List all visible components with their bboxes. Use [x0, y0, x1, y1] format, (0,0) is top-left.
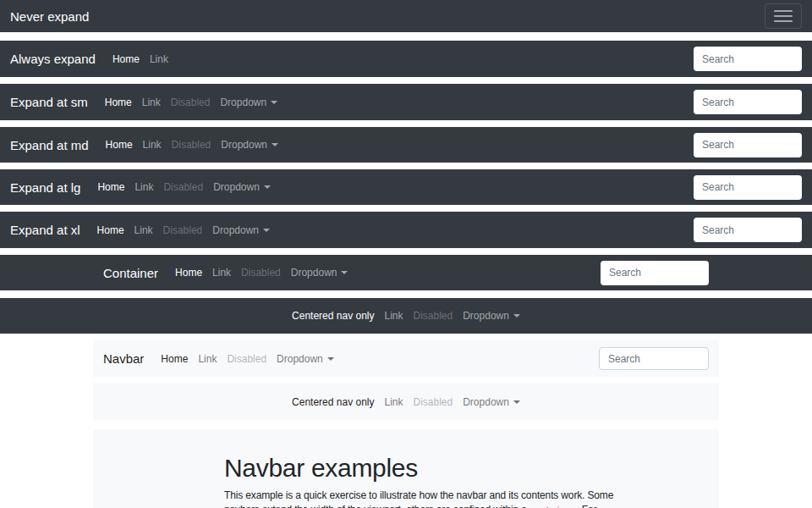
- dropdown-label: Dropdown: [291, 267, 337, 279]
- navbar-always-expand: Always expand Home Link: [0, 41, 812, 77]
- paragraph-line-2-pre: navbars extend the width of the viewport…: [224, 504, 529, 508]
- chevron-down-icon: [263, 229, 270, 232]
- page-title: Navbar examples: [224, 453, 656, 483]
- nav-links: Centered nav only Link Disabled Dropdown: [287, 397, 525, 407]
- jumbotron-inner-column: Navbar examples This example is a quick …: [224, 453, 656, 508]
- nav-link-dropdown[interactable]: Dropdown: [215, 97, 283, 108]
- nav-link-home[interactable]: Home: [92, 225, 129, 235]
- search-input[interactable]: [694, 133, 802, 157]
- nav-links: Home Link Disabled Dropdown: [92, 182, 275, 192]
- nav-link-link[interactable]: Link: [129, 225, 158, 235]
- navbar-centered-light: Centered nav only Link Disabled Dropdown: [93, 384, 719, 420]
- nav-link-link[interactable]: Link: [138, 140, 167, 150]
- dropdown-label: Dropdown: [212, 224, 259, 236]
- nav-link-home[interactable]: Home: [156, 354, 193, 364]
- paragraph-line-1: This example is a quick exercise to illu…: [224, 489, 613, 501]
- nav-link-dropdown[interactable]: Dropdown: [216, 140, 283, 150]
- main-content: Navbar examples This example is a quick …: [0, 429, 812, 508]
- brand-expand-xl[interactable]: Expand at xl: [10, 224, 80, 236]
- nav-link-link[interactable]: Link: [145, 54, 173, 64]
- nav-link-link[interactable]: Link: [379, 397, 408, 407]
- dropdown-label: Dropdown: [220, 97, 266, 108]
- dropdown-label: Dropdown: [213, 181, 260, 193]
- intro-paragraph: This example is a quick exercise to illu…: [224, 489, 656, 508]
- nav-link-centered-nav-only[interactable]: Centered nav only: [287, 311, 379, 321]
- navbar-inner-container: Container Home Link Disabled Dropdown: [93, 255, 719, 290]
- dropdown-label: Dropdown: [463, 396, 509, 408]
- nav-link-disabled: Disabled: [409, 397, 458, 407]
- nav-link-link[interactable]: Link: [129, 182, 158, 192]
- nav-link-disabled: Disabled: [409, 311, 458, 321]
- nav-link-home[interactable]: Home: [100, 97, 137, 108]
- container-code-link[interactable]: container: [529, 505, 577, 508]
- nav-link-disabled: Disabled: [236, 268, 286, 278]
- chevron-down-icon: [264, 185, 271, 189]
- brand-always-expand[interactable]: Always expand: [10, 52, 96, 65]
- navbar-toggler-button[interactable]: [765, 3, 802, 29]
- search-input[interactable]: [694, 218, 802, 242]
- nav-link-link[interactable]: Link: [207, 268, 236, 278]
- dropdown-label: Dropdown: [277, 353, 323, 365]
- nav-links: Home Link Disabled Dropdown: [101, 140, 283, 150]
- nav-links: Home Link Disabled Dropdown: [100, 97, 283, 108]
- nav-link-dropdown[interactable]: Dropdown: [286, 268, 354, 278]
- navbar-expand-sm: Expand at sm Home Link Disabled Dropdown: [0, 84, 812, 120]
- nav-link-disabled: Disabled: [166, 97, 216, 108]
- jumbotron: Navbar examples This example is a quick …: [93, 429, 719, 508]
- nav-link-centered-nav-only[interactable]: Centered nav only: [287, 397, 379, 407]
- nav-link-disabled: Disabled: [158, 225, 208, 235]
- brand-expand-lg[interactable]: Expand at lg: [10, 181, 80, 194]
- search-input[interactable]: [694, 175, 802, 200]
- nav-link-link[interactable]: Link: [137, 97, 166, 108]
- search-input[interactable]: [601, 261, 709, 285]
- brand-never-expand[interactable]: Never expand: [10, 10, 89, 23]
- nav-link-link[interactable]: Link: [379, 311, 408, 321]
- brand-expand-sm[interactable]: Expand at sm: [10, 96, 88, 108]
- hamburger-icon: [774, 10, 793, 22]
- search-input[interactable]: [694, 47, 802, 71]
- nav-links: Home Link Disabled Dropdown: [92, 225, 275, 235]
- dropdown-label: Dropdown: [221, 139, 267, 151]
- light-navbar-row: Navbar Home Link Disabled Dropdown: [93, 340, 719, 377]
- nav-link-dropdown[interactable]: Dropdown: [208, 182, 276, 192]
- dropdown-label: Dropdown: [463, 310, 509, 322]
- chevron-down-icon: [271, 101, 277, 104]
- nav-links: Home Link: [107, 54, 173, 64]
- navbar-centered-dark: Centered nav only Link Disabled Dropdown: [0, 298, 812, 334]
- nav-link-dropdown[interactable]: Dropdown: [458, 311, 525, 321]
- navbar-expand-xl: Expand at xl Home Link Disabled Dropdown: [0, 212, 812, 248]
- nav-links: Centered nav only Link Disabled Dropdown: [287, 311, 525, 321]
- nav-link-disabled: Disabled: [167, 140, 217, 150]
- nav-links: Home Link Disabled Dropdown: [156, 354, 338, 364]
- nav-links: Home Link Disabled Dropdown: [170, 268, 353, 278]
- nav-link-disabled: Disabled: [158, 182, 208, 192]
- navbar-expand-md: Expand at md Home Link Disabled Dropdown: [0, 127, 812, 163]
- navbar-light: Navbar Home Link Disabled Dropdown: [93, 340, 719, 377]
- brand-container[interactable]: Container: [103, 267, 158, 279]
- navbar-never-expand: Never expand: [0, 0, 812, 32]
- search-input[interactable]: [694, 90, 802, 114]
- nav-link-home[interactable]: Home: [170, 268, 207, 278]
- nav-link-dropdown[interactable]: Dropdown: [458, 397, 525, 407]
- brand-expand-md[interactable]: Expand at md: [10, 139, 89, 152]
- chevron-down-icon: [513, 314, 520, 318]
- chevron-down-icon: [327, 357, 334, 361]
- nav-link-home[interactable]: Home: [101, 140, 138, 150]
- nav-link-home[interactable]: Home: [107, 54, 145, 64]
- search-input[interactable]: [599, 347, 709, 370]
- chevron-down-icon: [341, 271, 348, 274]
- chevron-down-icon: [513, 400, 520, 404]
- navbar-expand-lg: Expand at lg Home Link Disabled Dropdown: [0, 169, 812, 205]
- nav-link-link[interactable]: Link: [193, 354, 222, 364]
- navbar-container: Container Home Link Disabled Dropdown: [0, 255, 812, 290]
- nav-link-disabled: Disabled: [222, 354, 272, 364]
- light-centered-navbar-row: Centered nav only Link Disabled Dropdown: [93, 384, 719, 420]
- nav-link-home[interactable]: Home: [92, 182, 129, 192]
- brand-navbar[interactable]: Navbar: [103, 352, 144, 365]
- chevron-down-icon: [272, 143, 278, 146]
- nav-link-dropdown[interactable]: Dropdown: [207, 225, 275, 235]
- nav-link-dropdown[interactable]: Dropdown: [272, 354, 339, 364]
- paragraph-line-2-post: . For: [576, 504, 596, 508]
